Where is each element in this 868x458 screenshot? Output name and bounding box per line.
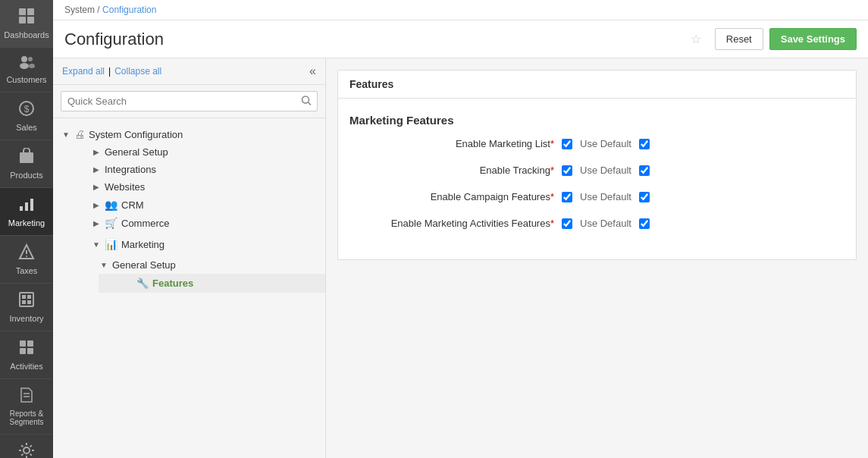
panel-header: Features xyxy=(338,71,856,99)
tree-label-marketing-general[interactable]: ▼ General Setup xyxy=(83,256,325,274)
toggle-crm: ▶ xyxy=(91,199,102,210)
sidebar-item-reports[interactable]: Reports & Segments xyxy=(0,379,53,434)
sidebar-item-inventory-label: Inventory xyxy=(9,314,43,323)
breadcrumb: System / Configuration xyxy=(53,0,868,20)
field-control-campaign: Use Default xyxy=(562,191,650,202)
use-default-label-3: Use Default xyxy=(580,191,631,202)
expand-collapse-bar: Expand all | Collapse all « xyxy=(53,58,325,85)
field-control-activities: Use Default xyxy=(562,218,650,229)
sidebar-item-customers-label: Customers xyxy=(6,75,46,84)
tree-item-features[interactable]: 🔧 Features xyxy=(99,274,325,293)
config-sidebar: Expand all | Collapse all « xyxy=(53,58,326,458)
toggle-websites: ▶ xyxy=(91,182,102,193)
expand-collapse-sep: | xyxy=(108,66,111,77)
sidebar-item-taxes[interactable]: Taxes xyxy=(0,236,53,284)
svg-point-7 xyxy=(29,64,35,68)
svg-rect-20 xyxy=(22,300,26,304)
expand-collapse-links: Expand all | Collapse all xyxy=(62,66,161,77)
save-settings-button[interactable]: Save Settings xyxy=(769,28,857,50)
sidebar-item-products[interactable]: Products xyxy=(0,140,53,188)
tree-label-system-config-text: System Configuration xyxy=(89,129,183,140)
star-icon[interactable]: ☆ xyxy=(691,32,701,46)
checkbox-marketing-list[interactable] xyxy=(562,139,572,149)
svg-rect-1 xyxy=(27,8,34,15)
page-header: Configuration ☆ Reset Save Settings xyxy=(53,20,868,58)
svg-point-28 xyxy=(24,447,30,453)
reset-button[interactable]: Reset xyxy=(715,28,763,50)
tree-item-features-label: Features xyxy=(152,278,193,289)
breadcrumb-sep: / xyxy=(97,5,99,15)
field-control-tracking: Use Default xyxy=(562,165,650,176)
sidebar-item-system[interactable]: System xyxy=(0,434,53,458)
tree-label-marketing[interactable]: ▼ 📊 Marketing xyxy=(68,235,325,253)
tree-item-general-setup[interactable]: ▶ General Setup xyxy=(68,143,325,161)
inventory-icon xyxy=(18,291,35,312)
wrench-icon: 🔧 xyxy=(136,278,149,289)
sidebar-item-activities[interactable]: Activities xyxy=(0,331,53,379)
tree-item-crm[interactable]: ▶ 👥 CRM xyxy=(68,196,325,214)
checkbox-use-default-1[interactable] xyxy=(639,139,650,149)
tree-item-commerce[interactable]: ▶ 🛒 Commerce xyxy=(68,214,325,232)
tree-item-integrations[interactable]: ▶ Integrations xyxy=(68,161,325,178)
system-icon xyxy=(18,442,35,458)
marketing-children: ▼ General Setup 🔧 Features xyxy=(68,253,325,296)
main-panel: Features Marketing Features Enable Marke… xyxy=(326,58,868,458)
marketing-chart-icon: 📊 xyxy=(105,238,118,250)
svg-point-16 xyxy=(26,256,27,257)
features-panel: Features Marketing Features Enable Marke… xyxy=(337,70,857,260)
collapse-sidebar-button[interactable]: « xyxy=(309,64,316,78)
tree-item-marketing-label: Marketing xyxy=(121,239,165,250)
breadcrumb-system[interactable]: System xyxy=(64,5,95,15)
tree-item-marketing-general-label: General Setup xyxy=(112,259,176,271)
sales-icon: $ xyxy=(18,100,35,121)
checkbox-use-default-3[interactable] xyxy=(639,192,650,202)
field-label-activities: Enable Marketing Activities Features* xyxy=(349,218,562,229)
sidebar-item-inventory[interactable]: Inventory xyxy=(0,284,53,331)
field-label-campaign-text: Enable Campaign Features xyxy=(431,191,550,202)
field-label-tracking-text: Enable Tracking xyxy=(480,165,550,176)
svg-rect-12 xyxy=(25,202,28,211)
breadcrumb-current: Configuration xyxy=(102,5,156,15)
checkbox-use-default-4[interactable] xyxy=(639,218,650,229)
required-star-2: * xyxy=(550,165,554,176)
form-row-marketing-list: Enable Marketing List* Use Default xyxy=(349,138,844,155)
sidebar-item-sales-label: Sales xyxy=(16,123,37,132)
svg-rect-11 xyxy=(20,206,23,211)
svg-point-29 xyxy=(302,96,309,103)
search-icon xyxy=(301,95,312,108)
checkbox-activities[interactable] xyxy=(562,218,572,229)
commerce-icon: 🛒 xyxy=(105,217,118,229)
form-row-tracking: Enable Tracking* Use Default xyxy=(349,165,844,182)
tree-item-marketing: ▼ 📊 Marketing ▼ General Setup xyxy=(68,232,325,299)
tree-label-system-config[interactable]: ▼ 🖨 System Configuration xyxy=(53,125,325,143)
sidebar-item-customers[interactable]: Customers xyxy=(0,48,53,93)
use-default-label-4: Use Default xyxy=(580,218,631,229)
left-nav: Dashboards Customers $ Sales xyxy=(0,0,53,458)
collapse-all-link[interactable]: Collapse all xyxy=(114,66,161,77)
sidebar-item-marketing[interactable]: Marketing xyxy=(0,188,53,236)
sidebar-item-sales[interactable]: $ Sales xyxy=(0,93,53,140)
expand-all-link[interactable]: Expand all xyxy=(62,66,105,77)
sidebar-item-dashboards[interactable]: Dashboards xyxy=(0,0,53,48)
field-control-marketing-list: Use Default xyxy=(562,138,650,149)
svg-line-30 xyxy=(309,102,312,105)
tree-item-websites[interactable]: ▶ Websites xyxy=(68,178,325,196)
checkbox-campaign[interactable] xyxy=(562,192,572,202)
tree-item-marketing-general: ▼ General Setup 🔧 Features xyxy=(83,253,325,296)
tree-item-crm-label: CRM xyxy=(121,199,144,211)
search-box xyxy=(53,85,325,118)
svg-text:$: $ xyxy=(24,104,30,114)
tree-item-system-config: ▼ 🖨 System Configuration ▶ General Setup… xyxy=(53,122,325,302)
checkbox-use-default-2[interactable] xyxy=(639,165,650,176)
checkbox-tracking[interactable] xyxy=(562,165,572,176)
tree-toggle-system-config: ▼ xyxy=(61,129,71,140)
toggle-marketing: ▼ xyxy=(91,239,102,249)
dashboards-icon xyxy=(18,8,35,28)
field-label-marketing-list: Enable Marketing List* xyxy=(349,138,562,149)
content-area: Expand all | Collapse all « xyxy=(53,58,868,458)
quick-search-input[interactable] xyxy=(61,91,318,111)
svg-rect-10 xyxy=(20,152,33,163)
main-area: System / Configuration Configuration ☆ R… xyxy=(53,0,868,458)
tree-nav: ▼ 🖨 System Configuration ▶ General Setup… xyxy=(53,118,325,306)
sidebar-item-taxes-label: Taxes xyxy=(16,266,38,275)
